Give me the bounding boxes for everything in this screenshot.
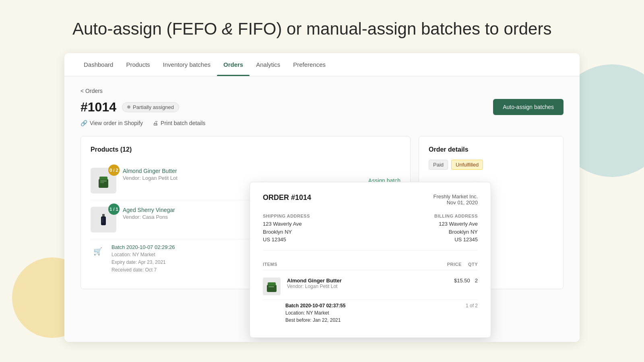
price-col-label: PRICE xyxy=(447,262,462,267)
print-order-number: ORDER #1014 xyxy=(263,193,311,202)
product-image-wrap: 0 / 2 xyxy=(91,168,116,193)
nav-item-preferences[interactable]: Preferences xyxy=(287,53,332,76)
svg-rect-8 xyxy=(268,282,276,286)
print-overlay: ORDER #1014 Freshly Market Inc. Nov 01, … xyxy=(250,182,491,338)
svg-rect-0 xyxy=(99,179,108,188)
order-details-title: Order details xyxy=(429,146,553,153)
butter-jar-icon xyxy=(95,172,112,189)
nav-item-products[interactable]: Products xyxy=(120,53,156,76)
print-order-header: ORDER #1014 Freshly Market Inc. Nov 01, … xyxy=(263,193,478,206)
fulfillment-status-badge: Unfulfilled xyxy=(451,160,483,170)
order-title-section: #1014 Partially assigned xyxy=(80,100,179,115)
app-window: Dashboard Products Inventory batches Ord… xyxy=(64,53,580,342)
svg-rect-3 xyxy=(100,182,104,183)
print-item-price: $15.50 xyxy=(454,278,470,284)
print-batch-details-link[interactable]: 🖨 Print batch details xyxy=(153,120,205,126)
svg-rect-4 xyxy=(102,214,105,216)
billing-address-label: BILLING ADDRESS xyxy=(374,214,478,218)
print-batch-of: 1 of 2 xyxy=(466,302,478,309)
order-actions: 🔗 View order in Shopify 🖨 Print batch de… xyxy=(80,120,564,126)
billing-address-block: BILLING ADDRESS 123 Waverly AveBrooklyn … xyxy=(374,214,478,244)
order-number: #1014 xyxy=(80,100,116,115)
nav-bar: Dashboard Products Inventory batches Ord… xyxy=(64,53,580,76)
shipping-address-text: 123 Waverly AveBrooklyn NYUS 12345 xyxy=(263,220,366,244)
print-addresses: SHIPPING ADDRESS 123 Waverly AveBrooklyn… xyxy=(263,214,478,251)
view-in-shopify-link[interactable]: 🔗 View order in Shopify xyxy=(80,120,143,126)
batch-cart-icon: 🛒 xyxy=(91,244,105,259)
nav-item-orders[interactable]: Orders xyxy=(217,53,250,76)
order-badges: Paid Unfulfilled xyxy=(429,160,553,170)
items-col-label: ITEMS xyxy=(263,262,441,267)
print-item-vendor: Vendor: Logan Petit Lot xyxy=(287,284,449,289)
payment-status-badge: Paid xyxy=(429,160,448,170)
status-dot-icon xyxy=(127,105,130,109)
status-label: Partially assigned xyxy=(133,104,174,110)
products-panel-title: Products (12) xyxy=(91,146,400,153)
product-name-almond[interactable]: Almond Ginger Butter xyxy=(123,168,362,174)
auto-assign-button[interactable]: Auto-assign batches xyxy=(493,99,564,115)
product-badge-almond: 0 / 2 xyxy=(108,165,120,176)
product-info-almond: Almond Ginger Butter Vendor: Logan Petit… xyxy=(123,168,362,181)
qty-col-label: QTY xyxy=(468,262,478,267)
breadcrumb[interactable]: Orders xyxy=(80,88,564,94)
print-item-row: Almond Ginger Butter Vendor: Logan Petit… xyxy=(263,274,478,299)
nav-item-analytics[interactable]: Analytics xyxy=(250,53,287,76)
print-icon: 🖨 xyxy=(153,120,158,126)
print-batch-row: Batch 2020-10-07 02:37:55 1 of 2 Locatio… xyxy=(263,299,478,326)
svg-rect-2 xyxy=(100,181,107,181)
print-batch-name: Batch 2020-10-07 02:37:55 xyxy=(285,303,345,309)
order-header: #1014 Partially assigned Auto-assign bat… xyxy=(80,99,564,115)
print-batch-location: Location: NY Market xyxy=(285,310,329,316)
print-item-info: Almond Ginger Butter Vendor: Logan Petit… xyxy=(287,278,449,289)
status-badge: Partially assigned xyxy=(122,102,179,112)
nav-item-inventory-batches[interactable]: Inventory batches xyxy=(157,53,217,76)
svg-rect-6 xyxy=(102,218,103,223)
product-image-wrap-vinegar: 1 / 1 xyxy=(91,207,116,232)
svg-rect-1 xyxy=(99,177,107,180)
print-item-name: Almond Ginger Butter xyxy=(287,278,449,284)
svg-rect-9 xyxy=(268,286,274,287)
product-badge-vinegar: 1 / 1 xyxy=(108,204,120,215)
billing-address-text: 123 Waverly AveBrooklyn NYUS 12345 xyxy=(374,220,478,244)
print-item-image xyxy=(263,278,281,295)
svg-rect-7 xyxy=(267,285,277,292)
print-items-header: ITEMS PRICE QTY xyxy=(263,259,478,270)
vinegar-bottle-icon xyxy=(95,211,112,228)
product-vendor-almond: Vendor: Logan Petit Lot xyxy=(123,175,362,181)
page-content: Orders #1014 Partially assigned Auto-ass… xyxy=(64,76,580,342)
print-company: Freshly Market Inc. Nov 01, 2020 xyxy=(433,193,478,206)
print-item-qty: 2 xyxy=(475,278,478,284)
print-batch-best-before: Best before: Jan 22, 2021 xyxy=(285,317,341,323)
nav-item-dashboard[interactable]: Dashboard xyxy=(77,53,120,76)
shopify-icon: 🔗 xyxy=(80,120,87,126)
page-heading: Auto-assign (FEFO & FIFO) or manual-assi… xyxy=(0,0,644,53)
shipping-address-label: SHIPPING ADDRESS xyxy=(263,214,366,218)
shipping-address-block: SHIPPING ADDRESS 123 Waverly AveBrooklyn… xyxy=(263,214,366,244)
